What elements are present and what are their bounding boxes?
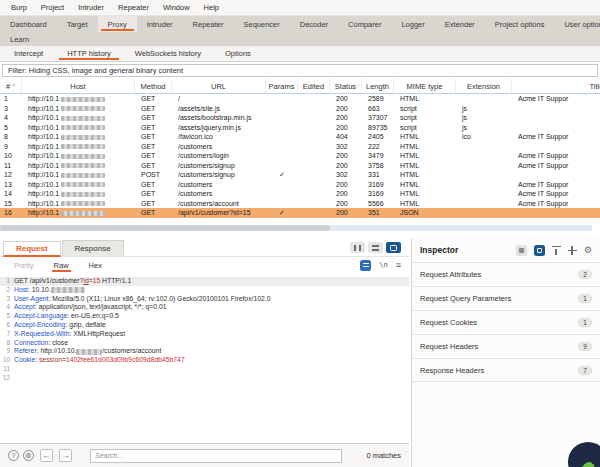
tab-logger[interactable]: Logger <box>391 16 434 32</box>
table-row[interactable]: 12http://10.1POST/customers/signup✓30233… <box>0 170 600 180</box>
table-row[interactable]: 4http://10.1GET/assets/bootstrap.min.js2… <box>0 113 600 123</box>
table-row[interactable]: 10http://10.1GET/customers/login2003479H… <box>0 151 600 161</box>
code-segment: : 10.10. <box>28 286 51 295</box>
cell-extension <box>456 142 512 152</box>
editor-menu-icon[interactable]: ≡ <box>396 261 401 270</box>
tab-comparer[interactable]: Comparer <box>338 16 391 32</box>
menu-burp[interactable]: Burp <box>4 3 34 12</box>
table-row[interactable]: 8http://10.1GET/favicon.ico4042405HTMLic… <box>0 132 600 142</box>
table-row[interactable]: 1http://10.1GET/2002589HTMLAcme IT Suppo… <box>0 94 600 104</box>
tab-repeater[interactable]: Repeater <box>183 16 234 32</box>
tab-decoder[interactable]: Decoder <box>290 16 338 32</box>
column-header-params[interactable]: Params <box>266 79 298 93</box>
table-row[interactable]: 5http://10.1GET/assets/jquery.min.js2008… <box>0 123 600 133</box>
menu-project[interactable]: Project <box>34 3 71 12</box>
tab-extender[interactable]: Extender <box>435 16 485 32</box>
subtab-options[interactable]: Options <box>213 46 263 61</box>
prev-match-button[interactable]: ← <box>40 449 53 462</box>
code-segment: : Mozilla/5.0 (X11; Linux x86_64; rv:102… <box>48 295 270 304</box>
tab-project-options[interactable]: Project options <box>485 16 555 32</box>
request-line: 1GET /api/v1/customer?id=15 HTTP/1.1 <box>0 277 409 286</box>
inspector-section-request-cookies[interactable]: Request Cookies1 <box>412 310 600 334</box>
cell-length: 2589 <box>362 94 394 104</box>
line-number: 9 <box>0 347 14 356</box>
line-number: 7 <box>0 330 14 339</box>
cell-params <box>266 189 298 199</box>
line-number: 12 <box>0 374 14 383</box>
cell-method: GET <box>135 142 172 152</box>
table-row[interactable]: 11http://10.1GET/customers/signup2003758… <box>0 161 600 171</box>
cell-status: 200 <box>330 208 362 218</box>
cell-url: /assets/site.js <box>172 104 266 114</box>
cell-mime-type: HTML <box>394 180 456 190</box>
inspector-dock-left-icon[interactable] <box>516 245 527 256</box>
inspector-section-request-query-parameters[interactable]: Request Query Parameters1 <box>412 286 600 310</box>
request-line: 7X-Requested-With: XMLHttpRequest <box>0 330 409 339</box>
cell-number: 10 <box>0 151 22 161</box>
column-header-extension[interactable]: Extension <box>456 79 512 93</box>
tab-learn[interactable]: Learn <box>0 32 39 46</box>
cell-host: http://10.1 <box>22 199 135 209</box>
menu-help[interactable]: Help <box>197 3 226 12</box>
column-header-url[interactable]: URL <box>172 79 266 93</box>
message-tab-request[interactable]: Request <box>3 241 61 257</box>
cell-length: 3169 <box>362 189 394 199</box>
request-content[interactable]: 1GET /api/v1/customer?id=15 HTTP/1.12Hos… <box>0 275 409 443</box>
tab-proxy[interactable]: Proxy <box>98 16 137 32</box>
cell-status: 200 <box>330 104 362 114</box>
menu-intruder[interactable]: Intruder <box>71 3 111 12</box>
layout-single-icon[interactable] <box>386 242 401 253</box>
tab-intruder[interactable]: Intruder <box>137 16 183 32</box>
column-header-length[interactable]: Length <box>362 79 394 93</box>
column-header-edited[interactable]: Edited <box>298 79 330 93</box>
search-settings-icon[interactable]: ⚙ <box>23 450 34 461</box>
search-input[interactable] <box>90 449 342 463</box>
horizontal-scrollbar[interactable] <box>0 225 592 231</box>
table-row[interactable]: 14http://10.1GET/customers2003169HTMLAcm… <box>0 189 600 199</box>
cell-edited <box>298 104 330 114</box>
inspector-settings-icon[interactable]: ⚙ <box>584 246 592 255</box>
tab-user-options[interactable]: User options <box>554 16 600 32</box>
cell-extension <box>456 151 512 161</box>
table-row[interactable]: 15http://10.1GET/customers/account200556… <box>0 199 600 209</box>
tab-target[interactable]: Target <box>57 16 98 32</box>
column-header-title[interactable]: Title <box>512 79 600 93</box>
table-row[interactable]: 9http://10.1GET/customers302222HTML <box>0 142 600 152</box>
next-match-button[interactable]: → <box>59 449 72 462</box>
help-icon[interactable]: ? <box>8 450 19 461</box>
inspector-dock-right-icon[interactable] <box>534 245 545 256</box>
column-header-method[interactable]: Method <box>135 79 172 93</box>
subtab-intercept[interactable]: Intercept <box>2 46 55 61</box>
filter-bar[interactable]: Filter: Hiding CSS, image and general bi… <box>2 64 598 77</box>
column-header-host[interactable]: Host <box>22 79 135 93</box>
inspector-section-response-headers[interactable]: Response Headers7 <box>412 358 600 382</box>
table-row[interactable]: 16http://10.1GET/api/v1/customer?id=15✓2… <box>0 208 600 218</box>
nonprintables-toggle-icon[interactable] <box>360 260 371 271</box>
cell-mime-type: HTML <box>394 170 456 180</box>
redacted-host <box>61 106 105 111</box>
inspector-section-request-headers[interactable]: Request Headers9 <box>412 334 600 358</box>
expand-all-icon[interactable] <box>568 246 577 255</box>
layout-columns-icon[interactable] <box>350 242 365 253</box>
table-row[interactable]: 3http://10.1GET/assets/site.js200663scri… <box>0 104 600 114</box>
message-tab-response[interactable]: Response <box>62 240 124 256</box>
view-tab-raw[interactable]: Raw <box>44 257 79 273</box>
menu-repeater[interactable]: Repeater <box>111 3 156 12</box>
column-header--[interactable]: #^ <box>0 79 22 93</box>
subtab-websockets-history[interactable]: WebSockets history <box>123 46 213 61</box>
tab-dashboard[interactable]: Dashboard <box>0 16 57 32</box>
subtab-http-history[interactable]: HTTP history <box>55 46 123 61</box>
inspector-section-request-attributes[interactable]: Request Attributes2 <box>412 262 600 286</box>
horizontal-scrollbar-thumb[interactable] <box>0 225 330 231</box>
tab-sequencer[interactable]: Sequencer <box>233 16 289 32</box>
menu-window[interactable]: Window <box>156 3 197 12</box>
code-segment: : application/json, text/javascript, */*… <box>35 303 167 312</box>
column-header-mime-type[interactable]: MIME type <box>394 79 456 93</box>
layout-rows-icon[interactable] <box>368 242 383 253</box>
newline-icon[interactable]: \n <box>379 261 387 269</box>
column-header-status[interactable]: Status <box>330 79 362 93</box>
view-tab-hex[interactable]: Hex <box>79 257 112 273</box>
collapse-all-icon[interactable] <box>552 246 561 255</box>
table-row[interactable]: 13http://10.1GET/customers2003169HTMLAcm… <box>0 180 600 190</box>
view-tab-pretty[interactable]: Pretty <box>4 257 44 273</box>
